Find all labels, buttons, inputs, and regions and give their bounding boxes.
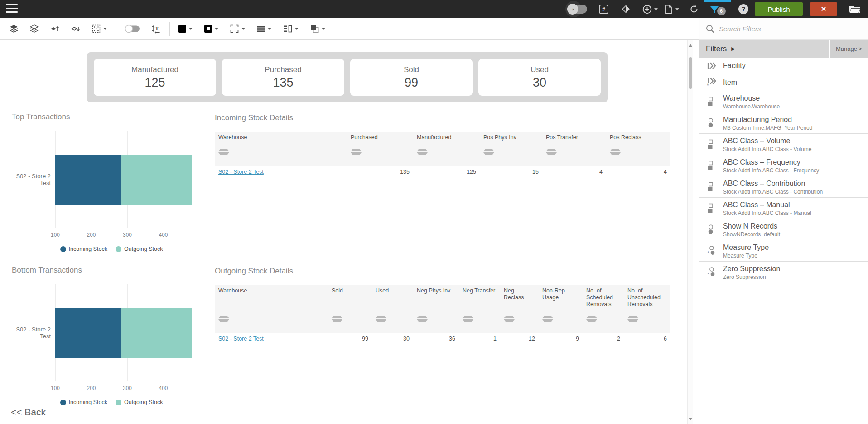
sort-toggle[interactable] <box>483 143 494 161</box>
column-header[interactable]: No. of Scheduled Removals <box>583 285 624 308</box>
legend-item[interactable]: Outgoing Stock <box>116 399 163 405</box>
manage-filters-button[interactable]: Manage > <box>829 40 868 58</box>
filter-item-zero-suppression[interactable]: *Zero SuppressionZero Suppression <box>699 262 868 283</box>
column-header[interactable]: Pos Phys Inv <box>480 132 542 141</box>
legend-item[interactable]: Incoming Stock <box>60 246 107 252</box>
visibility-toggle[interactable] <box>119 21 146 37</box>
filter-item-abc-class-contribution[interactable]: ABC Class – ContributionStock Addtl Info… <box>699 176 868 198</box>
layers-icon[interactable] <box>4 21 24 37</box>
hash-icon[interactable]: # <box>599 0 608 18</box>
table-row[interactable]: S02 - Store 2 Test993036112926 <box>215 333 670 345</box>
sort-toggle[interactable] <box>610 143 621 161</box>
sort-toggle[interactable] <box>586 310 597 327</box>
filter-panel-tab[interactable]: 6 <box>704 0 731 18</box>
publish-button[interactable]: Publish <box>755 2 803 16</box>
column-header[interactable]: Warehouse <box>215 285 328 308</box>
warehouse-link[interactable]: S02 - Store 2 Test <box>218 169 264 175</box>
filter-item-label: Zero Suppression <box>723 265 868 273</box>
line-thickness-icon[interactable] <box>251 21 277 37</box>
bar-segment-incoming-stock[interactable] <box>55 155 121 205</box>
back-link[interactable]: << Back <box>11 407 46 418</box>
scroll-up-icon[interactable] <box>689 44 692 47</box>
diamond-stack-icon[interactable] <box>24 21 44 37</box>
layer-order-icon[interactable] <box>304 21 331 37</box>
dots-frame-icon[interactable] <box>86 21 113 37</box>
column-header[interactable]: Used <box>372 285 413 308</box>
record-toggle-knob[interactable]: ◔ <box>567 4 578 15</box>
filter-item-facility[interactable]: Facility <box>699 58 868 74</box>
table-incoming-stock-details[interactable]: Incoming Stock DetailsWarehousePurchased… <box>215 113 670 178</box>
sort-toggle[interactable] <box>504 310 515 327</box>
stacked-bar[interactable] <box>55 308 192 358</box>
align-columns-icon[interactable] <box>277 21 304 37</box>
add-icon[interactable] <box>642 0 658 18</box>
warehouse-link[interactable]: S02 - Store 2 Test <box>218 336 264 342</box>
column-header[interactable]: Warehouse <box>215 132 347 141</box>
diamond-icon[interactable] <box>622 0 631 18</box>
main-scrollbar[interactable] <box>687 40 693 424</box>
filter-item-warehouse[interactable]: WarehouseWarehouse.Warehouse <box>699 91 868 112</box>
kpi-container[interactable]: Manufactured125Purchased135Sold99Used30 <box>87 52 608 102</box>
kpi-card-sold[interactable]: Sold99 <box>350 59 473 96</box>
sort-toggle[interactable] <box>332 310 342 327</box>
sort-toggle[interactable] <box>417 143 428 161</box>
sort-toggle[interactable] <box>351 143 362 161</box>
selection-frame-icon[interactable] <box>224 21 251 37</box>
search-input[interactable] <box>719 25 850 33</box>
diamond-demote-icon[interactable] <box>65 21 86 37</box>
border-color-swatch[interactable] <box>198 21 224 37</box>
column-header[interactable]: Pos Reclass <box>606 132 670 141</box>
fill-color-swatch[interactable] <box>173 21 198 37</box>
filter-item-abc-class-volume[interactable]: ABC Class – VolumeStock Addtl Info.ABC C… <box>699 134 868 155</box>
column-header[interactable]: Purchased <box>347 132 413 141</box>
page-icon[interactable] <box>664 0 679 18</box>
folder-icon[interactable] <box>849 5 861 14</box>
legend-item[interactable]: Incoming Stock <box>60 399 107 405</box>
sort-toggle[interactable] <box>463 310 473 327</box>
help-icon[interactable]: ? <box>738 4 748 14</box>
column-header[interactable]: Pos Transfer <box>542 132 606 141</box>
filter-item-show-n-records[interactable]: Show N RecordsShowNRecords default <box>699 219 868 240</box>
column-header[interactable]: Neg Reclass <box>500 285 539 308</box>
column-header[interactable]: Neg Transfer <box>459 285 500 308</box>
filter-item-item[interactable]: *Item <box>699 74 868 91</box>
close-button[interactable]: ✕ <box>810 2 837 16</box>
stacked-bar[interactable] <box>55 155 192 205</box>
chart-bottom-transactions[interactable]: Bottom TransactionsS02 - Store 2 Test100… <box>12 266 211 405</box>
table-cell: S02 - Store 2 Test <box>215 333 328 345</box>
kpi-card-purchased[interactable]: Purchased135 <box>222 59 344 96</box>
legend-item[interactable]: Outgoing Stock <box>116 246 163 252</box>
column-header[interactable]: Sold <box>328 285 372 308</box>
column-header[interactable]: Manufactured <box>413 132 480 141</box>
chart-top-transactions[interactable]: Top TransactionsS02 - Store 2 Test100200… <box>12 112 211 252</box>
bar-segment-incoming-stock[interactable] <box>55 308 121 358</box>
filter-item-abc-class-frequency[interactable]: ABC Class – FrequencyStock Addtl Info.AB… <box>699 155 868 176</box>
column-header[interactable]: No. of Unscheduled Removals <box>624 285 670 308</box>
filters-header[interactable]: Filters ▶ Manage > <box>699 40 868 58</box>
menu-icon[interactable] <box>6 4 18 15</box>
sort-toggle[interactable] <box>218 143 229 161</box>
sort-toggle[interactable] <box>627 310 638 327</box>
scrollbar-thumb[interactable] <box>689 57 692 89</box>
sort-toggle[interactable] <box>542 310 553 327</box>
column-header[interactable]: Neg Phys Inv <box>413 285 459 308</box>
diamond-promote-icon[interactable] <box>44 21 65 37</box>
bar-segment-outgoing-stock[interactable] <box>121 155 192 205</box>
filter-item-manufacturing-period[interactable]: Manufacturing PeriodM3 Custom Time.MAFG … <box>699 112 868 134</box>
kpi-card-used[interactable]: Used30 <box>478 59 601 96</box>
table-outgoing-stock-details[interactable]: Outgoing Stock DetailsWarehouseSoldUsedN… <box>215 267 670 345</box>
sort-toggle[interactable] <box>546 143 557 161</box>
bar-segment-outgoing-stock[interactable] <box>121 308 192 358</box>
legend-dot <box>116 400 121 405</box>
kpi-card-manufactured[interactable]: Manufactured125 <box>94 59 216 96</box>
sort-toggle[interactable] <box>417 310 428 327</box>
sort-toggle[interactable] <box>218 310 229 327</box>
table-row[interactable]: S02 - Store 2 Test1351251544 <box>215 166 670 178</box>
sort-toggle[interactable] <box>376 310 386 327</box>
column-header[interactable]: Non-Rep Usage <box>539 285 583 308</box>
filter-item-measure-type[interactable]: *Measure TypeMeasure Type <box>699 240 868 262</box>
refresh-icon[interactable] <box>690 0 699 18</box>
text-height-icon[interactable]: T <box>146 21 167 37</box>
filter-item-abc-class-manual[interactable]: ABC Class – ManualStock Addtl Info.ABC C… <box>699 198 868 219</box>
scroll-down-icon[interactable] <box>689 418 692 420</box>
